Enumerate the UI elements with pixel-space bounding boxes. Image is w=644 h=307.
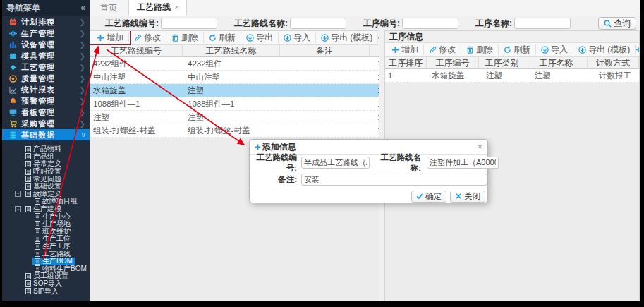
step-name-cell: 注塑 — [532, 71, 596, 81]
menu-item-label: 统计报表 — [21, 85, 55, 95]
sidebar-menu-item[interactable]: 质量管理 ❯ — [2, 73, 90, 84]
toolbar-button-label: 导入 — [551, 44, 568, 56]
column-header[interactable]: 工序编号 — [427, 57, 479, 69]
toolbar-button-icon — [391, 46, 399, 54]
app-window: 导航菜单 « 计划排程 ❯ 生产管理 ❯ 设备管理 — [2, 0, 640, 301]
toolbar-button-icon — [429, 46, 437, 54]
close-button-label: 关闭 — [464, 191, 480, 202]
search-input[interactable] — [161, 18, 217, 29]
query-button[interactable]: 查询 — [598, 17, 636, 30]
sidebar-menu-item[interactable]: 生产管理 ❯ — [2, 28, 90, 39]
search-field: 工艺路线编号: — [105, 18, 217, 30]
route-grid-header: 工艺路线编号 工艺路线名称 备注 — [90, 45, 379, 57]
toolbar-button[interactable]: 导出 (模板) — [573, 44, 636, 55]
dialog-footer: 确定 关闭 — [250, 188, 487, 204]
check-icon — [416, 193, 423, 200]
tree-item[interactable]: - SIP导入 — [2, 287, 90, 295]
tree-expander-icon[interactable]: - — [15, 206, 21, 212]
sidebar-menu-item[interactable]: 采购管理 ❯ — [2, 118, 90, 129]
table-row[interactable]: 注塑 注塑 1 — [90, 111, 379, 124]
toolbar-button[interactable]: 导出 — [241, 32, 279, 43]
query-button-label: 查询 — [614, 18, 631, 30]
route-name-cell: 1088组件—1 — [185, 99, 284, 109]
toolbar-button[interactable]: 刷新 — [499, 44, 536, 55]
table-row[interactable]: 水箱旋盖 注塑 1 — [90, 84, 379, 97]
remark-input[interactable] — [301, 174, 487, 186]
chevron-icon: ❯ — [80, 52, 85, 60]
route-name-input[interactable] — [427, 157, 499, 169]
column-header[interactable]: 工序类别 — [479, 57, 525, 69]
toolbar-button[interactable]: 删除 — [166, 32, 204, 43]
column-header[interactable]: 计数方式 — [588, 57, 639, 69]
tab[interactable]: 工艺路线× — [128, 0, 187, 16]
menu-item-label: 设备管理 — [21, 40, 55, 50]
step-type-cell: 注塑 — [483, 71, 532, 81]
sidebar-menu-item[interactable]: 模具管理 ❯ — [2, 50, 90, 61]
route-name-label: 工艺路线名称: — [377, 155, 423, 171]
column-header[interactable]: 工艺路线编号 — [90, 45, 183, 57]
settings-gear-icon[interactable] — [636, 45, 640, 54]
table-row[interactable]: 组装-打螺丝-封盖 组装-打螺丝-封盖 1 — [90, 124, 379, 138]
menu-item-icon — [9, 109, 17, 116]
table-row[interactable]: 中山注塑 中山注塑 1 — [90, 71, 379, 84]
toolbar-button-label: 增加 — [401, 44, 418, 56]
doc-icon — [25, 280, 31, 287]
table-row[interactable]: 1088组件—1 1088组件—1 1 — [90, 97, 379, 111]
search-input[interactable] — [402, 18, 458, 29]
step-grid-header: 工序排序 工序编号 工序类别 工序名称 计数方式 — [385, 57, 639, 69]
route-no-cell: 中山注塑 — [90, 72, 185, 83]
sidebar-menu-item[interactable]: 看板管理 ❯ — [2, 107, 90, 118]
toolbar-button[interactable]: 导出 (模板) — [316, 32, 378, 43]
column-header[interactable]: 工序排序 — [385, 57, 427, 69]
column-header[interactable]: 工艺路线名称 — [183, 45, 280, 57]
toolbar-button-icon — [541, 46, 549, 54]
menu-item-icon — [9, 41, 17, 49]
toolbar-button[interactable]: 刷新 — [204, 32, 241, 43]
route-no-cell: 水箱旋盖 — [90, 85, 185, 96]
sidebar-menu-item[interactable]: 预警管理 ❯ — [2, 95, 90, 107]
column-header[interactable]: 工序名称 — [525, 57, 588, 69]
confirm-button[interactable]: 确定 — [411, 191, 446, 203]
doc-icon — [25, 191, 31, 197]
table-row[interactable]: 1 水箱旋盖 注塑 注塑 计数报工 — [385, 69, 639, 83]
dialog-close-icon[interactable]: × — [478, 142, 482, 152]
toolbar-button[interactable]: 删除 — [461, 44, 499, 55]
tab-close-icon[interactable]: × — [174, 3, 178, 11]
toolbar-button-label: 刷新 — [514, 44, 530, 56]
menu-item-label: 基础数据 — [21, 130, 55, 140]
toolbar-button-label: 修改 — [144, 32, 161, 44]
table-row[interactable]: 4232组件 4232组件 1 — [90, 57, 379, 71]
toolbar-button-icon — [246, 34, 254, 42]
search-input[interactable] — [290, 18, 346, 29]
remark-label: 备注: — [250, 174, 299, 185]
sidebar-header: 导航菜单 « — [2, 0, 90, 16]
route-no-input[interactable] — [301, 157, 370, 169]
toolbar-button[interactable]: 修改 — [424, 44, 461, 55]
confirm-button-label: 确定 — [425, 191, 442, 202]
route-no-cell: 组装-打螺丝-封盖 — [90, 126, 185, 136]
toolbar-button[interactable]: 导入 — [536, 44, 573, 55]
doc-icon — [25, 206, 31, 212]
sidebar-menu-item[interactable]: 计划排程 ❯ — [2, 16, 90, 28]
toolbar-button-label: 导入 — [293, 32, 310, 44]
sidebar-collapse-icon[interactable]: « — [80, 3, 85, 13]
search-field: 工艺路线名称: — [234, 18, 346, 30]
toolbar-button[interactable]: 增加 — [387, 44, 424, 55]
sidebar-menu-item[interactable]: 统计报表 ❯ — [2, 84, 90, 95]
chevron-icon: ❯ — [80, 64, 85, 71]
column-header[interactable]: 备注 — [280, 45, 370, 57]
sidebar-menu-item[interactable]: 设备管理 ❯ — [2, 39, 90, 50]
doc-icon — [25, 169, 31, 175]
sidebar-menu-item[interactable]: 基础数据 ˅ — [2, 129, 90, 140]
close-button[interactable]: 关闭 — [450, 191, 485, 203]
toolbar-button-icon — [321, 34, 329, 42]
sidebar-menu-item[interactable]: 工艺管理 ❯ — [2, 61, 90, 73]
toolbar-button[interactable]: 导入 — [279, 32, 316, 43]
search-bar: 工艺路线编号: 工艺路线名称: 工序编号: 工序名称: — [90, 16, 640, 31]
tab-label: 首页 — [100, 3, 117, 13]
tree-expander-icon[interactable]: - — [15, 191, 21, 197]
search-input[interactable] — [514, 18, 571, 29]
toolbar-button[interactable]: 增加 — [92, 32, 129, 43]
tab[interactable]: 首页 — [92, 1, 128, 16]
toolbar-button[interactable]: 修改 — [129, 32, 166, 43]
